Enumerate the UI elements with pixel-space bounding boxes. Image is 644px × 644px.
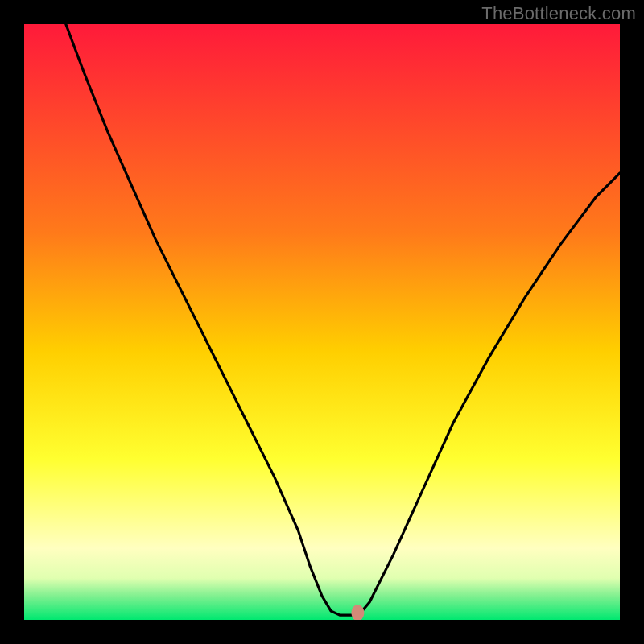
optimal-point-marker <box>351 605 364 621</box>
chart-canvas <box>0 0 644 644</box>
watermark-text: TheBottleneck.com <box>481 3 636 24</box>
chart-frame: { "watermark": "TheBottleneck.com", "col… <box>0 0 644 644</box>
gradient-background <box>24 24 620 620</box>
